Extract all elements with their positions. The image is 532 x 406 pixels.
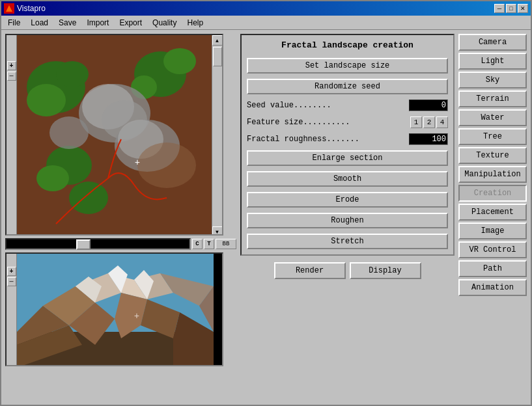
panel-title: Fractal landscape creation	[247, 40, 448, 50]
bottom-buttons: Render Display	[240, 262, 455, 279]
middle-panel: Fractal landscape creation Set landscape…	[240, 34, 455, 401]
scroll-up-button[interactable]: ▲	[212, 35, 223, 46]
title-bar: Vistapro ─ □ ✕	[1, 1, 531, 16]
manipulation-button[interactable]: Manipulation	[458, 166, 527, 183]
preview-zoom-out[interactable]: ─	[7, 277, 16, 286]
roughness-row: Fractal roughness.......	[247, 133, 448, 145]
preview-view: + ─	[5, 252, 223, 366]
svg-point-18	[137, 142, 196, 188]
svg-point-5	[56, 61, 89, 87]
svg-point-11	[69, 182, 108, 214]
preview-zoom-in[interactable]: +	[7, 267, 16, 276]
placement-button[interactable]: Placement	[458, 204, 527, 221]
feature-buttons: 1 2 4	[410, 116, 448, 128]
creation-panel: Fractal landscape creation Set landscape…	[240, 34, 455, 256]
map-zoom-in[interactable]: +	[7, 61, 16, 70]
menu-file[interactable]: File	[4, 17, 24, 29]
restore-button[interactable]: □	[506, 4, 516, 13]
window-title: Vistapro	[17, 4, 46, 13]
seed-label: Seed value........	[247, 101, 406, 110]
erode-button[interactable]: Erode	[247, 192, 448, 208]
feature-4-button[interactable]: 4	[436, 116, 448, 128]
vr-control-button[interactable]: VR Control	[458, 241, 527, 258]
svg-point-4	[27, 84, 66, 116]
tree-button[interactable]: Tree	[458, 128, 527, 145]
feature-2-button[interactable]: 2	[423, 116, 435, 128]
image-button[interactable]: Image	[458, 223, 527, 239]
menu-save[interactable]: Save	[55, 17, 80, 29]
bb-button[interactable]: BB	[216, 239, 236, 249]
minimize-button[interactable]: ─	[494, 4, 505, 13]
feature-label: Feature size..........	[247, 118, 408, 127]
randomize-seed-button[interactable]: Randomize seed	[247, 79, 448, 94]
t-button[interactable]: T	[204, 239, 214, 249]
enlarge-section-button[interactable]: Enlarge section	[247, 150, 448, 166]
map-zoom-controls: + ─	[7, 35, 17, 234]
water-button[interactable]: Water	[458, 109, 527, 126]
animation-button[interactable]: Animation	[458, 279, 527, 296]
camera-button[interactable]: Camera	[458, 34, 527, 51]
map-view: + ─	[5, 34, 223, 236]
feature-row: Feature size.......... 1 2 4	[247, 116, 448, 128]
smooth-button[interactable]: Smooth	[247, 171, 448, 187]
svg-point-10	[36, 165, 69, 191]
path-button[interactable]: Path	[458, 260, 527, 277]
terrain-map: +	[17, 35, 214, 236]
menu-bar: File Load Save Import Export Quality Hel…	[1, 16, 531, 30]
scroll-down-button[interactable]: ▼	[212, 226, 223, 236]
roughen-button[interactable]: Roughen	[247, 213, 448, 228]
preview-3d: +	[17, 254, 214, 366]
roughness-label: Fractal roughness.......	[247, 135, 406, 144]
main-content: + ─	[1, 30, 531, 405]
left-panel: + ─	[5, 34, 236, 401]
main-window: Vistapro ─ □ ✕ File Load Save Import Exp…	[0, 0, 532, 406]
c-button[interactable]: C	[192, 239, 203, 249]
sky-button[interactable]: Sky	[458, 72, 527, 88]
right-panel: Camera Light Sky Terrain Water Tree Text…	[458, 34, 527, 401]
svg-point-7	[163, 48, 196, 74]
svg-point-17	[49, 116, 89, 149]
seed-row: Seed value........	[247, 100, 448, 111]
render-button[interactable]: Render	[274, 262, 346, 279]
creation-button[interactable]: Creation	[458, 185, 527, 202]
title-bar-controls: ─ □ ✕	[494, 4, 528, 13]
menu-help[interactable]: Help	[183, 17, 207, 29]
menu-quality[interactable]: Quality	[148, 17, 180, 29]
menu-import[interactable]: Import	[83, 17, 113, 29]
map-zoom-out[interactable]: ─	[7, 72, 16, 81]
menu-load[interactable]: Load	[27, 17, 52, 29]
terrain-button[interactable]: Terrain	[458, 90, 527, 107]
svg-text:+: +	[134, 311, 139, 321]
preview-zoom-controls: + ─	[7, 254, 17, 365]
stretch-button[interactable]: Stretch	[247, 234, 448, 249]
app-icon	[4, 3, 14, 14]
close-button[interactable]: ✕	[518, 4, 528, 13]
svg-text:+: +	[135, 157, 140, 168]
title-bar-left: Vistapro	[4, 3, 46, 14]
set-landscape-button[interactable]: Set landscape size	[247, 58, 448, 74]
scroll-thumb-v[interactable]	[213, 47, 222, 66]
feature-1-button[interactable]: 1	[410, 116, 422, 128]
light-button[interactable]: Light	[458, 53, 527, 70]
seed-input[interactable]	[409, 100, 448, 111]
menu-export[interactable]: Export	[115, 17, 146, 29]
roughness-input[interactable]	[409, 133, 448, 145]
texture-button[interactable]: Texture	[458, 147, 527, 164]
map-scrollbar-vertical: ▲ ▼	[212, 35, 222, 236]
display-button[interactable]: Display	[350, 262, 421, 279]
